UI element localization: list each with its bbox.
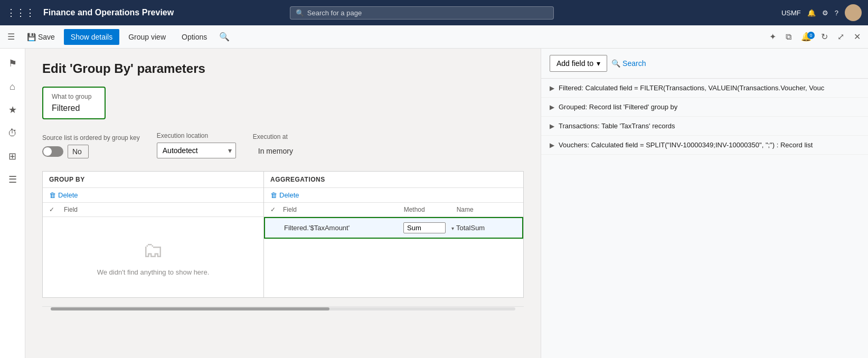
user-label: USMF (781, 9, 801, 17)
right-panel: Add field to ▾ 🔍 Search ▶ Filtered: Calc… (541, 49, 868, 358)
what-to-group-label: What to group (52, 93, 96, 100)
execution-at-group: Execution at In memory (253, 133, 298, 158)
notification-badge: 0 (807, 32, 815, 39)
tree-chevron-3: ▶ (550, 142, 554, 149)
sidebar-workspaces-icon[interactable]: ⊞ (2, 146, 23, 167)
content-area: Edit 'Group By' parameters What to group… (25, 49, 541, 358)
sidebar-list-icon[interactable]: ☰ (2, 169, 23, 190)
group-by-column: GROUP BY 🗑 Delete ✓ Field 🗂 We didn't fi… (42, 171, 264, 298)
scroll-thumb[interactable] (51, 307, 329, 310)
settings-icon[interactable]: ⚙ (822, 9, 828, 17)
avatar[interactable] (845, 4, 862, 21)
grid-icon[interactable]: ⋮⋮⋮ (6, 7, 35, 18)
open-new-icon[interactable]: ⤢ (834, 29, 847, 45)
toolbar: ☰ 💾 Save Show details Group view Options… (0, 25, 868, 49)
check-col-header: ✓ (49, 206, 60, 213)
add-field-chevron: ▾ (597, 59, 600, 68)
hamburger-icon[interactable]: ☰ (4, 29, 18, 45)
execution-location-select-wrapper: Autodetect (157, 143, 236, 158)
aggregations-delete-button[interactable]: 🗑 Delete (270, 191, 299, 199)
what-to-group-value: Filtered (52, 103, 96, 113)
add-field-to-button[interactable]: Add field to ▾ (550, 55, 607, 72)
tree-text-3: Vouchers: Calculated field = SPLIT("INV-… (559, 141, 813, 149)
options-button[interactable]: Options (175, 29, 214, 45)
agg-method-wrapper: Sum (403, 222, 456, 233)
search-icon: 🔍 (296, 9, 304, 17)
tree-item-2[interactable]: ▶ Transactions: Table 'TaxTrans' records (541, 117, 868, 136)
aggregations-column: AGGREGATIONS 🗑 Delete ✓ Field Method Nam… (264, 171, 524, 298)
notification-icon[interactable]: 🔔 (807, 9, 816, 17)
tree-text-2: Transactions: Table 'TaxTrans' records (559, 122, 675, 130)
source-list-ordered-group: Source list is ordered by group key No (42, 134, 140, 158)
execution-at-label: Execution at (253, 133, 298, 140)
toggle-value: No (68, 145, 89, 158)
refresh-icon[interactable]: ↻ (818, 29, 831, 45)
search-link-icon: 🔍 (611, 59, 620, 68)
tree-item-1[interactable]: ▶ Grouped: Record list 'Filtered' group … (541, 98, 868, 117)
aggregations-table-header: ✓ Field Method Name (264, 203, 523, 217)
agg-name-header: Name (457, 206, 517, 213)
close-icon[interactable]: ✕ (851, 29, 864, 45)
execution-location-select[interactable]: Autodetect (157, 143, 236, 158)
tree-list: ▶ Filtered: Calculated field = FILTER(Tr… (541, 79, 868, 155)
execution-location-label: Execution location (157, 132, 236, 139)
source-list-row: Source list is ordered by group key No E… (42, 132, 524, 158)
right-panel-toolbar: Add field to ▾ 🔍 Search (541, 49, 868, 79)
left-sidebar: ⚑ ⌂ ★ ⏱ ⊞ ☰ (0, 49, 25, 358)
sidebar-filter-icon[interactable]: ⚑ (2, 53, 23, 74)
toolbar-right: ✦ ⧉ 🔔 0 ↻ ⤢ ✕ (766, 29, 864, 45)
source-list-toggle[interactable] (42, 146, 63, 157)
group-by-table-header: ✓ Field (43, 203, 263, 217)
sidebar-recent-icon[interactable]: ⏱ (2, 123, 23, 144)
bottom-scrollbar (42, 306, 524, 310)
tree-text-1: Grouped: Record list 'Filtered' group by (559, 103, 677, 111)
top-bar: ⋮⋮⋮ Finance and Operations Preview 🔍 Sea… (0, 0, 868, 25)
app-title: Finance and Operations Preview (43, 8, 174, 17)
show-details-button[interactable]: Show details (64, 29, 119, 45)
empty-text: We didn't find anything to show here. (97, 268, 210, 276)
execution-location-group: Execution location Autodetect (157, 132, 236, 158)
tree-chevron-1: ▶ (550, 103, 554, 111)
window-icon[interactable]: ⧉ (782, 29, 795, 45)
empty-icon: 🗂 (143, 238, 164, 262)
scroll-track (51, 307, 515, 310)
group-by-delete-button[interactable]: 🗑 Delete (49, 191, 78, 199)
source-list-label: Source list is ordered by group key (42, 134, 140, 142)
tree-item-3[interactable]: ▶ Vouchers: Calculated field = SPLIT("IN… (541, 136, 868, 155)
execution-at-value: In memory (253, 144, 298, 158)
agg-check-header: ✓ (270, 206, 283, 213)
group-by-empty-state: 🗂 We didn't find anything to show here. (43, 217, 263, 297)
agg-field-header: Field (283, 206, 404, 213)
search-placeholder: Search for a page (307, 9, 362, 17)
tree-item-0[interactable]: ▶ Filtered: Calculated field = FILTER(Tr… (541, 79, 868, 98)
search-button[interactable]: 🔍 Search (611, 59, 646, 68)
save-button[interactable]: 💾 Save (20, 29, 62, 45)
agg-method-select[interactable]: Sum (403, 222, 446, 233)
agg-delete-icon: 🗑 (270, 191, 277, 199)
sidebar-home-icon[interactable]: ⌂ (2, 76, 23, 97)
add-field-label: Add field to (556, 59, 593, 68)
search-toolbar-icon[interactable]: 🔍 (216, 29, 233, 45)
group-view-button[interactable]: Group view (121, 29, 173, 45)
aggregation-row: Filtered.'$TaxAmount' Sum TotalSum (264, 217, 523, 239)
pin-icon[interactable]: ✦ (766, 29, 779, 45)
aggregations-header: AGGREGATIONS (264, 172, 523, 188)
top-bar-right: USMF 🔔 ⚙ ? (781, 4, 862, 21)
help-icon[interactable]: ? (835, 9, 838, 17)
agg-method-header: Method (404, 206, 457, 213)
tree-text-0: Filtered: Calculated field = FILTER(Tran… (559, 84, 824, 92)
what-to-group-card: What to group Filtered (42, 87, 106, 119)
global-search[interactable]: 🔍 Search for a page (290, 6, 554, 20)
columns-section: GROUP BY 🗑 Delete ✓ Field 🗂 We didn't fi… (42, 171, 524, 298)
tree-chevron-0: ▶ (550, 84, 554, 92)
delete-icon: 🗑 (49, 191, 56, 199)
sidebar-favorites-icon[interactable]: ★ (2, 99, 23, 120)
aggregations-actions: 🗑 Delete (264, 188, 523, 203)
tree-chevron-2: ▶ (550, 123, 554, 130)
agg-row-name: TotalSum (456, 224, 516, 232)
page-title: Edit 'Group By' parameters (42, 61, 524, 76)
field-col-header: Field (64, 206, 78, 213)
toggle-row: No (42, 145, 140, 158)
group-by-header: GROUP BY (43, 172, 263, 188)
agg-row-field: Filtered.'$TaxAmount' (284, 224, 403, 232)
